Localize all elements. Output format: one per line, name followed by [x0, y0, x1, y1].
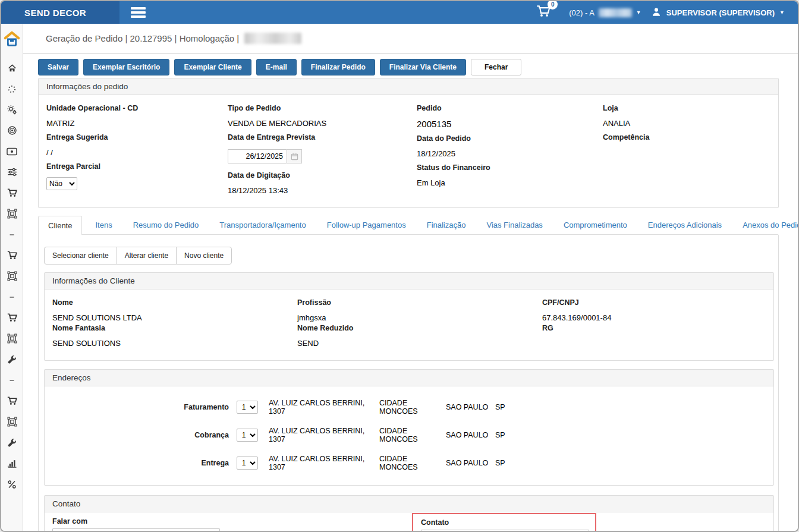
- tab-anexos-do-pedido[interactable]: Anexos do Pedido: [735, 216, 798, 234]
- cart-icon[interactable]: [1, 182, 23, 203]
- chevron-down-icon: ▼: [636, 10, 641, 15]
- frame-icon[interactable]: [1, 203, 23, 224]
- tab-finalizacao[interactable]: Finalização: [419, 216, 474, 234]
- topbar: SEND DECOR 0 (02) - A ▼ SUPERVISOR (SUPE…: [1, 1, 798, 24]
- chart-icon[interactable]: [1, 453, 23, 474]
- field-label: Tipo de Pedido: [228, 104, 417, 112]
- highlight-annotation-box: Contato: [412, 513, 596, 531]
- address-row-faturamento: Faturamento1AV. LUIZ CARLOS BERRINI, 130…: [52, 399, 766, 415]
- calendar-icon[interactable]: [287, 149, 302, 163]
- app-window: SEND DECOR 0 (02) - A ▼ SUPERVISOR (SUPE…: [0, 0, 799, 532]
- tab-follow-up-pagamentos[interactable]: Follow-up Pagamentos: [319, 216, 414, 234]
- client-info-fields: Nome SEND SOLUTIONS LTDA Nome Fantasia S…: [45, 289, 773, 360]
- cart-icon[interactable]: [1, 307, 23, 328]
- money-icon[interactable]: [1, 141, 23, 162]
- contact-right-column: Contato Documento (CPF/CNPJ): [421, 517, 596, 531]
- address-number-select[interactable]: 1: [237, 401, 258, 414]
- address-district: CIDADE MONCOES: [379, 427, 446, 443]
- field-value: SEND: [297, 339, 542, 348]
- address-state: SP: [495, 459, 505, 467]
- address-street: AV. LUIZ CARLOS BERRINI, 1307: [269, 455, 379, 471]
- novo-cliente-button[interactable]: Novo cliente: [176, 247, 232, 265]
- salvar-button[interactable]: Salvar: [38, 59, 78, 75]
- exemplar-escritorio-button[interactable]: Exemplar Escritório: [83, 59, 169, 75]
- sliders-icon[interactable]: [1, 162, 23, 182]
- brand-title[interactable]: SEND DECOR: [1, 1, 119, 24]
- gears-icon[interactable]: [1, 99, 23, 120]
- cart-icon: [536, 10, 551, 20]
- selecionar-cliente-button[interactable]: Selecionar cliente: [44, 247, 117, 265]
- address-type-label: Faturamento: [52, 403, 229, 411]
- field-value: / /: [46, 148, 228, 157]
- chevron-down-icon: ▼: [779, 10, 785, 15]
- field-label: Data do Pedido: [417, 134, 603, 143]
- field-label: Falar com: [52, 517, 766, 525]
- address-type-label: Entrega: [52, 459, 229, 467]
- addresses-rows: Faturamento1AV. LUIZ CARLOS BERRINI, 130…: [45, 386, 773, 485]
- redacted-breadcrumb-text: [244, 33, 301, 44]
- alterar-cliente-button[interactable]: Alterar cliente: [117, 247, 177, 265]
- tab-enderecos-adicionais[interactable]: Endereços Adicionais: [640, 216, 729, 234]
- data-entrega-input[interactable]: [228, 149, 287, 163]
- tab-comprometimento[interactable]: Comprometimento: [556, 216, 635, 234]
- field-label: Nome: [52, 298, 297, 307]
- home-icon[interactable]: [1, 58, 23, 78]
- wrench-icon[interactable]: [1, 432, 23, 453]
- store-selector[interactable]: (02) - A ▼: [569, 8, 641, 17]
- tab-bar: ClienteItensResumo do PedidoTransportado…: [38, 216, 779, 234]
- cart-icon[interactable]: [1, 245, 23, 266]
- finalizar-via-cliente-button[interactable]: Finalizar Via Cliente: [380, 59, 466, 75]
- client-info-panel: Informações do Cliente Nome SEND SOLUTIO…: [44, 272, 774, 361]
- tab-itens[interactable]: Itens: [87, 216, 119, 234]
- redacted-store-name: [599, 8, 632, 17]
- field-value: ANALIA: [603, 119, 770, 128]
- tab-vias-finalizadas[interactable]: Vias Finalizadas: [479, 216, 550, 234]
- separator-dash-icon: [1, 287, 23, 307]
- target-icon[interactable]: [1, 120, 23, 141]
- addresses-title: Endereços: [45, 370, 773, 386]
- field-label: Loja: [603, 104, 770, 112]
- exemplar-cliente-button[interactable]: Exemplar Cliente: [174, 59, 251, 75]
- field-label: Entrega Sugerida: [46, 133, 228, 141]
- sidebar: [1, 24, 23, 531]
- field-value: MATRIZ: [46, 119, 228, 128]
- entrega-parcial-select[interactable]: Não: [46, 177, 77, 190]
- tab-cliente[interactable]: Cliente: [38, 216, 82, 235]
- frame-icon[interactable]: [1, 266, 23, 287]
- address-row-cobranca: Cobrança1AV. LUIZ CARLOS BERRINI, 1307CI…: [52, 427, 766, 443]
- tab-content-cliente: Selecionar clienteAlterar clienteNovo cl…: [38, 234, 779, 531]
- e-mail-button[interactable]: E-mail: [256, 59, 297, 75]
- cart-button[interactable]: 0: [536, 4, 551, 21]
- field-label: Profissão: [297, 298, 542, 307]
- field-label: Competência: [603, 133, 770, 141]
- field-label: Pedido: [417, 104, 603, 112]
- app-logo-icon[interactable]: [3, 30, 21, 48]
- contato-input[interactable]: [421, 530, 589, 531]
- user-label: SUPERVISOR (SUPERVISOR): [666, 8, 775, 17]
- address-row-entrega: Entrega1AV. LUIZ CARLOS BERRINI, 1307CID…: [52, 455, 766, 471]
- field-label: Entrega Parcial: [46, 162, 228, 171]
- cart-icon[interactable]: [1, 391, 23, 411]
- user-menu[interactable]: SUPERVISOR (SUPERVISOR) ▼: [651, 7, 785, 19]
- finalizar-pedido-button[interactable]: Finalizar Pedido: [301, 59, 375, 75]
- tab-transportadora-icamento[interactable]: Transportadora/Içamento: [212, 216, 313, 234]
- frame-icon[interactable]: [1, 328, 23, 349]
- wrench-icon[interactable]: [1, 349, 23, 370]
- address-number-select[interactable]: 1: [237, 429, 258, 442]
- percent-icon[interactable]: [1, 474, 23, 495]
- address-street: AV. LUIZ CARLOS BERRINI, 1307: [269, 399, 379, 415]
- tab-resumo-do-pedido[interactable]: Resumo do Pedido: [125, 216, 207, 234]
- frame-icon[interactable]: [1, 411, 23, 432]
- address-district: CIDADE MONCOES: [379, 399, 446, 415]
- contact-fields: Falar com Email de contato Código do paí…: [45, 512, 773, 531]
- order-info-panel: Informações do pedido Unidade Operaciona…: [38, 78, 779, 208]
- address-number-select[interactable]: 1: [237, 457, 258, 470]
- order-info-title: Informações do pedido: [39, 78, 778, 95]
- address-state: SP: [495, 431, 505, 439]
- fechar-button[interactable]: Fechar: [471, 59, 521, 75]
- field-label: Contato: [421, 518, 590, 527]
- falar-com-input[interactable]: [52, 528, 220, 531]
- spinner-icon[interactable]: [1, 78, 23, 99]
- hamburger-menu-icon[interactable]: [131, 7, 146, 18]
- field-label: Unidade Operacional - CD: [46, 104, 228, 112]
